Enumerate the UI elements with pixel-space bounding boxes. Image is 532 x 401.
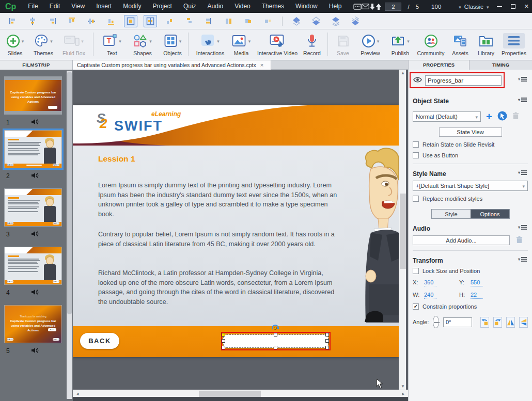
state-view-button[interactable]: State View: [439, 127, 502, 137]
resize-handle-top-right[interactable]: [325, 333, 329, 336]
menu-view[interactable]: View: [66, 0, 90, 13]
horizontal-scrollbar-thumb[interactable]: [199, 391, 261, 397]
w-value[interactable]: 240: [424, 292, 436, 299]
rotate-right-icon[interactable]: [493, 317, 502, 328]
center-horizontally-on-slide-icon[interactable]: [124, 15, 137, 27]
resize-same-size-icon[interactable]: [242, 15, 255, 27]
send-to-back-icon[interactable]: [349, 15, 362, 27]
menu-video[interactable]: Video: [229, 0, 256, 13]
horizontal-scrollbar[interactable]: ◄ ►: [73, 390, 408, 397]
menu-edit[interactable]: Edit: [44, 0, 66, 13]
filmstrip-slide-4[interactable]: BACK NEXT 4: [4, 247, 62, 285]
slide-1-thumbnail[interactable]: Captivate Custom progress bar using vari…: [4, 76, 62, 115]
properties-button[interactable]: Properties: [499, 33, 529, 56]
slide-paragraph-3[interactable]: Richard McClintock, a Latin professor at…: [98, 268, 340, 307]
slide-2-audio-icon[interactable]: [31, 171, 39, 181]
themes-button[interactable]: Themes: [30, 33, 57, 56]
menu-insert[interactable]: Insert: [90, 0, 117, 13]
interactions-button[interactable]: Interactions: [193, 33, 227, 56]
slide-5-thumbnail[interactable]: Thank you for watching Captivate Custom …: [4, 305, 62, 343]
filmstrip-scrollbar[interactable]: [67, 71, 72, 399]
slides-button[interactable]: Slides: [3, 33, 27, 56]
resize-handle-mid-right[interactable]: [325, 339, 329, 343]
bring-to-front-icon[interactable]: [329, 15, 342, 27]
assets-button[interactable]: Assets: [448, 33, 472, 56]
bring-forward-icon[interactable]: [290, 15, 303, 27]
current-slide-input[interactable]: [385, 3, 401, 11]
transform-menu-icon[interactable]: ▾: [518, 257, 527, 262]
slide-heading[interactable]: Lession 1: [98, 154, 135, 164]
y-value[interactable]: 550: [471, 279, 483, 286]
align-left-icon[interactable]: [6, 15, 20, 27]
close-button[interactable]: ✕: [520, 0, 532, 13]
maximize-button[interactable]: [506, 0, 520, 13]
object-name-input[interactable]: [425, 75, 502, 86]
document-tab[interactable]: Captivate Custom progress bar using vari…: [73, 60, 271, 70]
state-dropdown[interactable]: Normal (Default): [413, 111, 481, 122]
menu-audio[interactable]: Audio: [202, 0, 229, 13]
add-state-icon[interactable]: +: [486, 113, 492, 121]
align-top-icon[interactable]: [65, 15, 79, 27]
filmstrip-slide-5[interactable]: Thank you for watching Captivate Custom …: [4, 305, 62, 343]
resize-handle-bottom-right[interactable]: [325, 346, 329, 349]
objects-button[interactable]: Objects: [159, 33, 186, 56]
flip-horizontal-icon[interactable]: [506, 317, 515, 328]
filmstrip-scrollbar-thumb[interactable]: [67, 72, 72, 314]
visibility-eye-icon[interactable]: [413, 77, 422, 84]
flip-vertical-icon[interactable]: [519, 317, 528, 328]
slide-3-audio-icon[interactable]: [31, 230, 39, 239]
angle-dial[interactable]: [433, 316, 439, 328]
resize-same-height-icon[interactable]: [222, 15, 236, 27]
align-vertical-center-icon[interactable]: [85, 15, 98, 27]
slide-1-audio-icon[interactable]: [31, 118, 39, 127]
tab-properties[interactable]: PROPERTIES: [408, 60, 469, 70]
next-slide-icon[interactable]: [375, 3, 382, 11]
slide-2-thumbnail[interactable]: BACK NEXT: [4, 130, 62, 168]
distribute-vertically-icon[interactable]: [183, 15, 196, 27]
record-button[interactable]: Record: [301, 33, 323, 56]
shapes-button[interactable]: Shapes: [129, 33, 156, 56]
workspace-caret-icon[interactable]: [487, 3, 489, 10]
filmstrip-slide-3[interactable]: BACK NEXT 3: [4, 188, 62, 227]
media-button[interactable]: Media: [229, 33, 253, 56]
audio-menu-icon[interactable]: ▾: [518, 225, 527, 230]
character-illustration[interactable]: [355, 146, 399, 323]
resize-handle-bottom-left[interactable]: [222, 346, 225, 349]
filmstrip-panel-tab[interactable]: FILMSTRIP: [0, 60, 73, 70]
constrain-proportions-checkbox[interactable]: ✓: [413, 303, 419, 310]
retain-state-checkbox[interactable]: [413, 141, 419, 148]
publish-button[interactable]: Publish: [387, 33, 413, 56]
distribute-horizontally-icon[interactable]: [163, 15, 177, 27]
tab-options[interactable]: Options: [471, 210, 509, 218]
zoom-level[interactable]: 100: [428, 4, 444, 10]
mail-icon[interactable]: [362, 3, 369, 11]
x-value[interactable]: 360: [424, 279, 436, 286]
document-tab-close-icon[interactable]: ×: [260, 62, 263, 68]
community-button[interactable]: Community: [416, 33, 445, 56]
panel-menu-icon[interactable]: ▾: [518, 77, 527, 82]
filmstrip-slide-1[interactable]: Captivate Custom progress bar using vari…: [4, 76, 62, 115]
align-horizontal-center-icon[interactable]: [26, 15, 39, 27]
tab-timing[interactable]: TIMING: [469, 60, 532, 70]
style-name-menu-icon[interactable]: ▾: [518, 170, 527, 175]
h-value[interactable]: 22: [471, 292, 483, 299]
rotation-handle-icon[interactable]: [271, 324, 279, 333]
use-as-button-checkbox[interactable]: [413, 152, 419, 158]
previous-slide-icon[interactable]: [369, 3, 375, 11]
slide-paragraph-2[interactable]: Contrary to popular belief, Lorem Ipsum …: [98, 230, 340, 249]
align-right-icon[interactable]: [45, 15, 59, 27]
vertical-scrollbar[interactable]: ▲ ▼: [399, 70, 406, 390]
workspace-switcher[interactable]: Classic: [461, 4, 487, 10]
slide-notes-icon[interactable]: [353, 3, 362, 11]
replace-styles-checkbox[interactable]: [413, 196, 419, 202]
vertical-scrollbar-thumb[interactable]: [400, 194, 406, 269]
scroll-down-icon[interactable]: ▼: [399, 384, 406, 389]
object-state-menu-icon[interactable]: ▾: [518, 98, 527, 102]
slide-editing-area[interactable]: S2 SWIFT eLearning Lession 1 Lorem Ipsum…: [73, 105, 399, 357]
menu-project[interactable]: Project: [147, 0, 178, 13]
filmstrip-slide-2[interactable]: BACK NEXT 2: [4, 130, 62, 168]
scroll-up-icon[interactable]: ▲: [399, 71, 406, 75]
library-button[interactable]: Library: [474, 33, 498, 56]
interactive-video-button[interactable]: Interactive Video: [255, 33, 300, 56]
rotate-left-icon[interactable]: [480, 317, 489, 328]
